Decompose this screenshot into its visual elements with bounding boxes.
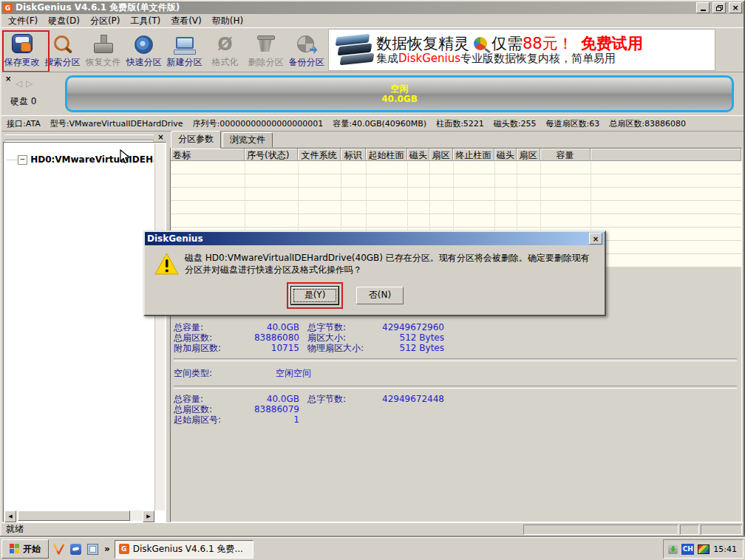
- tree-horizontal-scrollbar[interactable]: [4, 511, 154, 521]
- info-total-sectors: 总扇区数:83886080: [609, 118, 686, 129]
- info-sectors-per-track: 每道扇区数:63: [546, 118, 600, 129]
- detail-row: 起始扇区号: 1: [174, 414, 737, 425]
- menu-help[interactable]: 帮助(H): [207, 14, 248, 28]
- col-filesystem[interactable]: 文件系统: [298, 148, 341, 161]
- menu-view[interactable]: 查看(V): [166, 14, 207, 28]
- panel-close-icon[interactable]: [5, 75, 13, 83]
- menu-tools[interactable]: 工具(T): [125, 14, 166, 28]
- table-header-row: 卷标 序号(状态) 文件系统 标识 起始柱面 磁头 扇区 终止柱面 磁头 扇区 …: [171, 148, 741, 161]
- system-tray: CH 15:41: [663, 539, 744, 559]
- tray-device-icon[interactable]: [668, 544, 678, 554]
- tab-bar: 分区参数 浏览文件: [170, 133, 742, 148]
- disk-tree-panel: HD0:VMwareVirtualIDEHardD: [3, 133, 166, 522]
- col-end-head[interactable]: 磁头: [494, 148, 517, 161]
- format-button[interactable]: 格式化: [205, 28, 245, 72]
- warning-icon: [154, 253, 179, 277]
- minimize-icon: [701, 10, 706, 11]
- tab-browse-files[interactable]: 浏览文件: [222, 132, 273, 148]
- tree-vertical-scrollbar[interactable]: [154, 143, 165, 511]
- ad-line2-suffix: 专业版数据恢复内核，简单易用: [460, 52, 616, 65]
- close-button[interactable]: [729, 2, 742, 13]
- menu-partition[interactable]: 分区(P): [85, 14, 126, 28]
- scrollbar-thumb[interactable]: [18, 511, 130, 521]
- new-partition-button[interactable]: 新建分区: [164, 28, 205, 72]
- next-disk-icon[interactable]: [26, 78, 33, 89]
- col-end-cylinder[interactable]: 终止柱面: [453, 148, 494, 161]
- detail-row: 总容量: 40.0GB 总字节数: 42949672960: [174, 322, 737, 332]
- collapse-icon[interactable]: [18, 155, 27, 165]
- col-flag[interactable]: 标识: [341, 148, 366, 161]
- tree-panel-close-icon[interactable]: [157, 134, 165, 141]
- backup-partition-button[interactable]: 备份分区: [286, 28, 327, 72]
- partition-panel: 分区参数 浏览文件 卷标 序号(状态) 文件系统 标识 起始柱面 磁头 扇区 终…: [170, 133, 742, 522]
- prev-disk-icon[interactable]: [16, 78, 22, 89]
- ad-brand: DiskGenius: [398, 52, 460, 65]
- disk-label: 硬盘 0: [10, 95, 36, 108]
- ad-price-prefix: 仅需: [491, 35, 523, 52]
- dialog-title-bar: DiskGenius: [145, 232, 605, 245]
- space-type-value: 空闲空间: [276, 368, 311, 378]
- start-button[interactable]: 开始: [1, 539, 49, 559]
- tray-clock[interactable]: 15:41: [713, 544, 737, 554]
- search-partition-button[interactable]: 搜索分区: [42, 28, 83, 72]
- quick-partition-button[interactable]: 快速分区: [123, 28, 164, 72]
- col-filler: [591, 148, 741, 161]
- segment-size: 40.0GB: [381, 94, 418, 104]
- restore-button[interactable]: [712, 2, 726, 13]
- free-space-segment[interactable]: 空闲 40.0GB: [65, 75, 734, 112]
- menu-file[interactable]: 文件(F): [3, 14, 43, 28]
- col-start-head[interactable]: 磁头: [407, 148, 429, 161]
- col-start-cylinder[interactable]: 起始柱面: [366, 148, 407, 161]
- segment-label: 空闲: [391, 83, 409, 94]
- dialog-title: DiskGenius: [147, 233, 203, 244]
- quicklaunch-overflow-icon[interactable]: [104, 544, 110, 554]
- scroll-left-icon[interactable]: [4, 511, 16, 522]
- menu-disk[interactable]: 硬盘(D): [43, 14, 85, 28]
- ad-trial-link[interactable]: 免费试用: [581, 35, 643, 52]
- recover-files-icon: [92, 34, 115, 55]
- restore-icon: [716, 5, 723, 11]
- disk-overview-panel: 硬盘 0 空闲 40.0GB: [1, 72, 744, 115]
- minimize-button[interactable]: [696, 2, 710, 13]
- disk-info-bar: 接口:ATA 型号:VMwareVirtualIDEHardDrive 序列号:…: [1, 115, 744, 132]
- ad-banner[interactable]: 数据恢复精灵 仅需 88元！ 免费试用 集成DiskGenius专业版数据恢复内…: [328, 29, 715, 71]
- panel-gripper[interactable]: [4, 134, 154, 140]
- tree-item-label: HD0:VMwareVirtualIDEHardD: [30, 154, 154, 165]
- col-end-sector[interactable]: 扇区: [517, 148, 540, 161]
- no-button[interactable]: 否(N): [356, 287, 404, 304]
- taskbar-task-diskgenius[interactable]: DiskGenius V4.6.1 免费...: [115, 540, 254, 559]
- recover-files-button[interactable]: 恢复文件: [83, 28, 123, 72]
- dialog-close-icon[interactable]: [589, 233, 602, 245]
- main-area: HD0:VMwareVirtualIDEHardD 分区参数 浏览文件: [1, 132, 744, 522]
- screen: DiskGenius V4.6.1 免费版(单文件版) 文件(F) 硬盘(D) …: [0, 0, 745, 560]
- delete-partition-button[interactable]: 删除分区: [245, 28, 286, 72]
- quicklaunch-media-icon[interactable]: [70, 544, 81, 555]
- quick-partition-icon: [133, 34, 155, 55]
- tab-partition-params[interactable]: 分区参数: [171, 131, 221, 148]
- info-heads: 磁头数:255: [494, 118, 537, 129]
- menu-bar: 文件(F) 硬盘(D) 分区(P) 工具(T) 查看(V) 帮助(H): [1, 14, 744, 27]
- format-icon: [214, 34, 237, 55]
- col-index-status[interactable]: 序号(状态): [245, 148, 298, 161]
- dialog-message: 磁盘 HD0:VMwareVirtualIDEHardDrive(40GB) 已…: [185, 252, 596, 276]
- start-label: 开始: [23, 543, 41, 556]
- ime-indicator[interactable]: CH: [681, 544, 694, 555]
- yes-button[interactable]: 是(Y): [291, 287, 339, 304]
- quicklaunch-icon-1[interactable]: [53, 544, 64, 555]
- quicklaunch-show-desktop-icon[interactable]: [87, 544, 98, 555]
- taskbar: 开始 DiskGenius V4.6.1 免费... CH 15:41: [0, 537, 745, 560]
- col-volume-label[interactable]: 卷标: [171, 148, 245, 161]
- info-cylinders: 柱面数:5221: [436, 118, 484, 129]
- tray-display-icon[interactable]: [698, 544, 710, 554]
- col-capacity[interactable]: 容量: [540, 148, 591, 161]
- status-text: 就绪: [6, 523, 24, 536]
- tree-item-hd0[interactable]: HD0:VMwareVirtualIDEHardD: [7, 154, 154, 165]
- save-changes-button[interactable]: 保存更改: [1, 28, 42, 72]
- col-start-sector[interactable]: 扇区: [429, 148, 453, 161]
- delete-partition-icon: [255, 34, 277, 55]
- diskgenius-task-icon: [119, 544, 129, 554]
- info-interface: 接口:ATA: [7, 118, 41, 129]
- windows-logo-icon: [10, 544, 21, 554]
- status-pane: [523, 525, 678, 535]
- scroll-right-icon[interactable]: [143, 511, 154, 522]
